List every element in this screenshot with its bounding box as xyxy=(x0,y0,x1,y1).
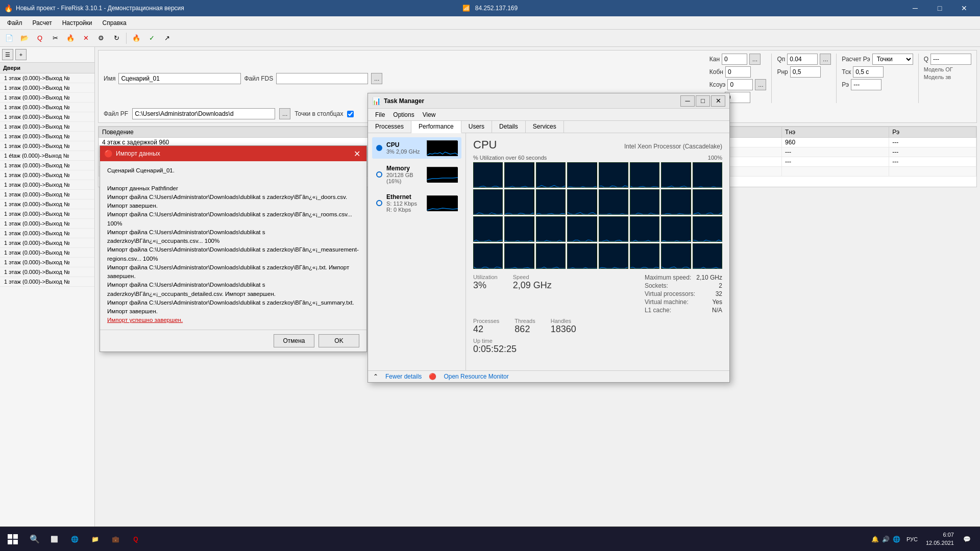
kobn-input[interactable] xyxy=(725,66,751,78)
tab-processes[interactable]: Processes xyxy=(368,121,411,133)
menu-calc[interactable]: Расчет xyxy=(28,18,57,28)
sidebar-item-3[interactable]: 1 этаж (0.000)->Выход № xyxy=(0,103,94,112)
sidebar-item-7[interactable]: 1 этаж (0.000)->Выход № xyxy=(0,141,94,151)
toolbar-open[interactable]: 📂 xyxy=(17,31,32,45)
sidebar-item-1[interactable]: 1 этаж (0.000)->Выход № xyxy=(0,83,94,93)
minimize-button[interactable]: ─ xyxy=(903,0,927,16)
tsk-input[interactable] xyxy=(853,66,884,78)
points-checkbox[interactable] xyxy=(347,111,354,117)
vproc-val: 32 xyxy=(716,290,722,297)
search-button[interactable]: 🔍 xyxy=(26,530,44,548)
sidebar-item-16[interactable]: 1 этаж (0.000)->Выход № xyxy=(0,229,94,238)
name-input[interactable] xyxy=(118,73,241,84)
import-ok-button[interactable]: OK xyxy=(318,334,359,347)
tm-menu-options[interactable]: Options xyxy=(389,110,418,119)
fewer-details-link[interactable]: Fewer details xyxy=(385,373,422,380)
uptime-value: 0:05:52:25 xyxy=(473,344,722,355)
kobn-row: Кобн xyxy=(709,66,767,78)
close-button[interactable]: ✕ xyxy=(952,0,976,16)
points-label: Точки в столбцах xyxy=(295,110,343,117)
toolbar-fire[interactable]: 🔥 xyxy=(63,31,78,45)
app2-button[interactable]: Q xyxy=(126,529,146,549)
kan-more-btn[interactable]: … xyxy=(749,54,761,65)
sidebar-item-0[interactable]: 1 этаж (0.000)->Выход № xyxy=(0,73,94,83)
tm-close-button[interactable]: ✕ xyxy=(711,95,725,107)
sidebar-item-8[interactable]: 1 étаж (0.000)->Выход № xyxy=(0,151,94,161)
sidebar-item-9[interactable]: 1 этаж (0.000)->Выход № xyxy=(0,161,94,170)
tm-menu-view[interactable]: View xyxy=(419,110,440,119)
ksoue-more-btn[interactable]: … xyxy=(755,79,766,90)
kan-input[interactable] xyxy=(722,54,747,65)
q-input[interactable] xyxy=(930,54,971,65)
qp-input[interactable] xyxy=(787,54,818,65)
start-button[interactable] xyxy=(0,527,26,552)
toolbar-q[interactable]: Q xyxy=(33,31,47,45)
raschet-select[interactable]: Точки xyxy=(872,54,913,65)
menu-help[interactable]: Справка xyxy=(97,18,132,28)
handles-stat: Handles 18360 xyxy=(551,318,576,335)
sidebar-item-14[interactable]: 1 этаж (0.000)->Выход № xyxy=(0,209,94,219)
open-monitor-link[interactable]: Open Resource Monitor xyxy=(444,373,508,380)
sidebar-item-17[interactable]: 1 этаж (0.000)->Выход № xyxy=(0,238,94,248)
sidebar-btn-1[interactable]: ☰ xyxy=(2,49,13,60)
toolbar-gear[interactable]: ⚙ xyxy=(94,31,108,45)
sidebar-btn-2[interactable]: + xyxy=(15,49,27,60)
vmachine-label: Virtual machine: xyxy=(645,298,689,306)
ksoue-input[interactable] xyxy=(727,79,753,90)
ethernet-value: S: 112 Kbps R: 0 Kbps xyxy=(386,201,423,213)
toolbar-checkmark[interactable]: ✓ xyxy=(144,31,159,45)
cpu-title: CPU xyxy=(473,138,497,152)
tm-resource-memory[interactable]: Memory 20/128 GB (16%) xyxy=(372,162,461,187)
explorer-button[interactable]: 📁 xyxy=(85,529,105,549)
edge-button[interactable]: 🌐 xyxy=(64,529,85,549)
sidebar-item-10[interactable]: 1 этаж (0.000)->Выход № xyxy=(0,170,94,180)
sidebar-item-11[interactable]: 1 этаж (0.000)->Выход № xyxy=(0,180,94,190)
fds-browse-button[interactable]: … xyxy=(371,73,382,84)
pnp-input[interactable] xyxy=(790,66,821,78)
toolbar-scissors[interactable]: ✂ xyxy=(48,31,62,45)
import-cancel-button[interactable]: Отмена xyxy=(274,334,314,347)
toolbar-new[interactable]: 📄 xyxy=(2,31,16,45)
tab-users[interactable]: Users xyxy=(461,121,492,133)
tm-resource-ethernet[interactable]: Ethernet S: 112 Kbps R: 0 Kbps xyxy=(372,190,461,216)
processes-value: 42 xyxy=(473,324,499,335)
toolbar-refresh[interactable]: ↻ xyxy=(109,31,124,45)
menu-settings[interactable]: Настройки xyxy=(57,18,97,28)
speed-value: 2,09 GHz xyxy=(513,280,552,291)
sidebar-item-21[interactable]: 1 этаж (0.000)->Выход № xyxy=(0,277,94,287)
menu-file[interactable]: Файл xyxy=(2,18,28,28)
app1-button[interactable]: 💼 xyxy=(105,529,126,549)
import-line: Импорт файла C:\Users\Administrator\Down… xyxy=(107,210,359,228)
toolbar-x[interactable]: ✕ xyxy=(79,31,93,45)
tm-maximize-button[interactable]: □ xyxy=(696,95,710,107)
tab-performance[interactable]: Performance xyxy=(411,121,461,133)
tab-services[interactable]: Services xyxy=(526,121,564,133)
notification-button[interactable]: 💬 xyxy=(959,536,975,543)
fds-input[interactable] xyxy=(276,73,368,84)
sidebar-item-4[interactable]: 1 этаж (0.000)->Выход № xyxy=(0,112,94,122)
cpu-core-cell-9 xyxy=(504,189,534,215)
sidebar-item-15[interactable]: 1 этаж (0.000)->Выход № xyxy=(0,219,94,229)
toolbar-flame[interactable]: 🔥 xyxy=(129,31,143,45)
sidebar-item-19[interactable]: 1 этаж (0.000)->Выход № xyxy=(0,258,94,267)
pf-browse-button[interactable]: … xyxy=(279,108,290,119)
maximize-button[interactable]: □ xyxy=(928,0,951,16)
sidebar-item-18[interactable]: 1 этаж (0.000)->Выход № xyxy=(0,248,94,258)
sidebar-item-6[interactable]: 1 этаж (0.000)->Выход № xyxy=(0,132,94,141)
tm-minimize-button[interactable]: ─ xyxy=(680,95,695,107)
re-input[interactable] xyxy=(851,79,881,90)
pf-input[interactable] xyxy=(132,108,275,119)
sidebar-item-20[interactable]: 1 этаж (0.000)->Выход № xyxy=(0,267,94,277)
sidebar-item-5[interactable]: 1 этаж (0.000)->Выход № xyxy=(0,122,94,132)
sidebar-item-13[interactable]: 1 этаж (0.000)->Выход № xyxy=(0,199,94,209)
sidebar-item-2[interactable]: 1 этаж (0.000)->Выход № xyxy=(0,93,94,103)
tab-details[interactable]: Details xyxy=(492,121,526,133)
qp-more-btn[interactable]: … xyxy=(820,54,831,65)
taskview-button[interactable]: ⬜ xyxy=(44,529,64,549)
tm-menu-file[interactable]: File xyxy=(371,110,389,119)
sidebar-item-12[interactable]: 1 этаж (0.000)->Выход № xyxy=(0,190,94,199)
l1-val: N/A xyxy=(712,307,722,314)
toolbar-export[interactable]: ↗ xyxy=(160,31,174,45)
tm-resource-cpu[interactable]: CPU 3% 2,09 GHz xyxy=(372,137,461,159)
import-dialog-close-button[interactable]: ✕ xyxy=(351,148,362,159)
